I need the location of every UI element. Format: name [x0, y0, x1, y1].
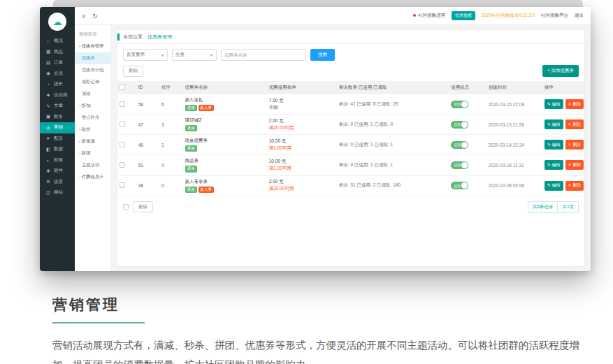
platform-link[interactable]: 社区团购平台 [541, 13, 568, 19]
row-checkbox[interactable] [120, 182, 125, 188]
row-id: 47 [136, 119, 159, 130]
coupon-badge: 通用 [185, 166, 197, 172]
status-toggle[interactable]: 启用 [451, 141, 468, 149]
subsidebar-item[interactable]: - 优惠券管理 [75, 41, 110, 52]
breadcrumb-current[interactable]: 优惠券管理 [147, 34, 172, 41]
content-panel: 当前位置： 优惠券管理 首页显示 ▼ 分类 ▼ [117, 29, 585, 267]
logout-link[interactable]: 退出 [575, 13, 584, 19]
coupon-amount: 7.00 元 [269, 98, 335, 104]
sidebar-item-label: 概况 [54, 38, 63, 44]
status-cell: 启用 [449, 138, 486, 152]
sidebar-item-articles[interactable]: ✎文章 [40, 101, 75, 112]
sidebar-item-site[interactable]: ◫网站 [40, 187, 75, 198]
delete-button[interactable]: ✕ 删除 [565, 119, 584, 129]
subsidebar-item[interactable]: - 拼团 [75, 147, 110, 159]
admin-screenshot-card: ☁ ⌂概况▦商品▤订单◉会员◔团长◈供应商✎文章▣财务◎营销➤配送◧数据◐权限✚… [40, 7, 591, 271]
sidebar-item-overview[interactable]: ⌂概况 [40, 36, 75, 47]
delete-button[interactable]: ✕ 删除 [565, 99, 584, 109]
row-checkbox[interactable] [120, 162, 125, 168]
notice-text[interactable]: 社区团购运营 [413, 13, 445, 19]
sidebar-item-permission[interactable]: ◐权限 [40, 155, 75, 166]
subsidebar-item[interactable]: 满减 [75, 88, 110, 100]
header-select-all-checkbox[interactable] [120, 85, 125, 90]
subsidebar-item[interactable]: - 折扣 [75, 100, 110, 112]
sidebar-item-attachment[interactable]: ✚附件 [40, 166, 75, 177]
subsidebar-item[interactable]: 优惠券 [75, 52, 110, 64]
dark-sidebar-nav: ⌂概况▦商品▤订单◉会员◔团长◈供应商✎文章▣财务◎营销➤配送◧数据◐权限✚附件… [40, 36, 75, 198]
edit-button[interactable]: ✎ 编辑 [545, 119, 563, 129]
sidebar-item-goods[interactable]: ▦商品 [40, 47, 75, 58]
sidebar-item-label: 会员 [54, 71, 63, 77]
sidebar-item-orders[interactable]: ▤订单 [40, 57, 75, 68]
hamburger-icon[interactable]: ≡ [82, 13, 85, 20]
row-checkbox[interactable] [120, 122, 125, 127]
add-coupon-button[interactable]: + 添加优惠券 [542, 65, 579, 77]
coupon-badges: 通用 [185, 166, 265, 172]
row-checkbox[interactable] [120, 142, 125, 147]
delete-button[interactable]: ✕ 删除 [565, 181, 584, 191]
sidebar-item-members[interactable]: ◉会员 [40, 68, 75, 80]
subsidebar-item[interactable]: 整点秒杀 [75, 112, 110, 124]
subsidebar-item[interactable]: 主题活动 [75, 159, 110, 171]
sidebar-item-finance[interactable]: ▣财务 [40, 112, 75, 123]
total-pages[interactable]: 共1页 [558, 201, 579, 213]
edit-button[interactable]: ✎ 编辑 [545, 99, 563, 109]
subsidebar-item[interactable]: 优惠券分组 [75, 64, 110, 76]
table-header-cell: 使用状态 [449, 81, 486, 94]
total-records: 共5条记录 [528, 201, 558, 213]
edit-button[interactable]: ✎ 编辑 [545, 160, 563, 170]
row-checkbox[interactable] [120, 101, 125, 107]
sidebar-item-settings[interactable]: ⚙设置 [40, 177, 75, 188]
search-button[interactable]: 搜索 [310, 49, 335, 61]
coupon-name-cell: 新人专享券通用新人券 [183, 176, 267, 196]
home-icon: ⌂ [45, 38, 51, 43]
delete-button[interactable]: ✕ 删除 [565, 140, 584, 150]
category-select[interactable]: 分类 ▼ [172, 49, 217, 61]
body-row: 营销活动- 优惠券管理优惠券优惠券分组领取记录满减- 折扣整点秒杀- 砍价- 群… [75, 25, 591, 271]
created-time: 2020-03-08 00:56 [486, 180, 542, 191]
sidebar-item-data[interactable]: ◧数据 [40, 144, 75, 155]
subsidebar-item[interactable]: 领取记录 [75, 76, 110, 88]
edit-button[interactable]: ✎ 编辑 [545, 140, 563, 150]
version-text[interactable]: 2020社区团购版本V12.3.0 [482, 13, 535, 19]
row-checkbox-cell [117, 119, 136, 131]
goods-icon: ▦ [45, 49, 51, 54]
subsidebar-item[interactable]: - 付费会员卡 [75, 171, 110, 183]
toggle-label: 启用 [454, 122, 461, 126]
topbar-right: 社区团购运营 技术授权 2020社区团购版本V12.3.0 社区团购平台 退出 [413, 11, 584, 20]
delete-button[interactable]: ✕ 删除 [565, 160, 584, 170]
sidebar-item-delivery[interactable]: ➤配送 [40, 133, 75, 145]
sidebar-item-marketing[interactable]: ◎营销 [40, 122, 75, 133]
coupon-condition-cell: 2.00 元满20.00可用 [267, 176, 337, 195]
coupon-name-input[interactable] [221, 49, 306, 61]
dark-sidebar: ☁ ⌂概况▦商品▤订单◉会员◔团长◈供应商✎文章▣财务◎营销➤配送◧数据◐权限✚… [40, 7, 75, 271]
chevron-down-icon: ▼ [161, 53, 164, 57]
table-header-cell: 优惠使用条件 [267, 81, 337, 94]
coupon-name-cell: 商品券通用 [183, 155, 267, 175]
subsidebar-item[interactable]: - 砍价 [75, 124, 110, 136]
sidebar-item-suppliers[interactable]: ◈供应商 [40, 90, 75, 101]
sidebar-item-label: 商品 [54, 49, 63, 55]
edit-button[interactable]: ✎ 编辑 [545, 181, 563, 191]
table-body: 586新人送礼通用新人券7.00 元不限剩余: 41 已使用: 8 已领取: 2… [117, 94, 584, 196]
footer-delete-button[interactable]: 删除 [133, 201, 153, 212]
auth-badge[interactable]: 技术授权 [452, 11, 475, 20]
filter-row: 首页显示 ▼ 分类 ▼ 搜索 [117, 44, 584, 64]
avatar[interactable]: ☁ [48, 13, 66, 31]
batch-delete-button[interactable]: 删除 [123, 66, 143, 77]
status-toggle[interactable]: 启用 [451, 121, 468, 129]
sidebar-item-leaders[interactable]: ◔团长 [40, 79, 75, 90]
status-toggle[interactable]: 启用 [451, 161, 468, 169]
coupon-badge: 通用 [185, 145, 197, 152]
home-display-select[interactable]: 首页显示 ▼ [123, 49, 168, 61]
hero-section: ☁ ⌂概况▦商品▤订单◉会员◔团长◈供应商✎文章▣财务◎营销➤配送◧数据◐权限✚… [0, 0, 613, 279]
status-toggle[interactable]: 启用 [451, 182, 468, 189]
status-toggle[interactable]: 启用 [451, 101, 468, 108]
refresh-icon[interactable]: ↻ [92, 13, 98, 20]
toggle-knob [461, 101, 468, 108]
coupon-badge: 通用 [185, 187, 197, 193]
select-all-checkbox[interactable] [123, 204, 129, 210]
coupon-badge: 通用 [185, 125, 197, 131]
subsidebar-item[interactable]: - 群接龙 [75, 136, 110, 147]
delivery-icon: ➤ [45, 136, 51, 141]
